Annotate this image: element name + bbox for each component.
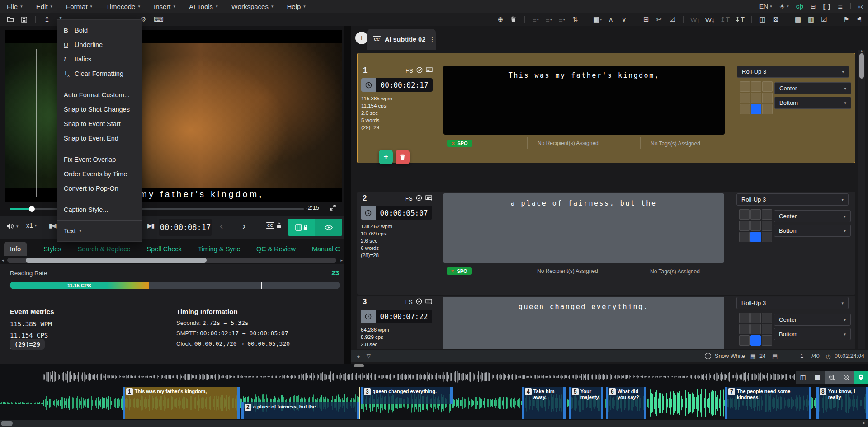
word-up-icon[interactable]: W↑ xyxy=(690,14,700,24)
timeline-event-block[interactable]: 1This was my father's kingdom, xyxy=(123,387,240,419)
layout-split-icon[interactable]: ◫ xyxy=(759,14,767,24)
timecode-value[interactable]: 00:00:05:07 xyxy=(376,206,432,220)
status-circle-icon[interactable]: ● xyxy=(357,353,360,360)
video-lock-button[interactable] xyxy=(288,219,315,236)
save-icon[interactable] xyxy=(20,14,28,24)
add-subtitle-track-button[interactable]: + xyxy=(355,32,368,44)
tab-timing-sync[interactable]: Timing & Sync xyxy=(198,245,240,253)
fullscreen-expand-icon[interactable] xyxy=(330,204,336,213)
remove-icon[interactable]: ✕ xyxy=(451,269,454,274)
split-view-icon[interactable]: ◫ xyxy=(796,371,810,384)
next-event-icon[interactable]: › xyxy=(242,221,245,232)
format-menu-item-order-events-by-time[interactable]: Order Events by Time xyxy=(57,167,142,181)
horizontal-align-select[interactable]: Center▾ xyxy=(774,314,851,326)
display-style-select[interactable]: Roll-Up 3▾ xyxy=(736,193,849,206)
move-down-icon[interactable]: ∨ xyxy=(620,14,628,24)
position-cell-2-2[interactable] xyxy=(762,232,772,242)
move-up-icon[interactable]: ∧ xyxy=(607,14,615,24)
waveform-overview[interactable] xyxy=(0,368,868,386)
position-cell-2-1[interactable] xyxy=(750,335,761,346)
tab-manual-c[interactable]: Manual C xyxy=(312,245,340,253)
timeline-event-block[interactable]: 2a place of fairness, but the xyxy=(241,402,359,419)
position-cell-2-0[interactable] xyxy=(739,335,750,346)
timecode-value[interactable]: 00:00:02:17 xyxy=(376,78,433,92)
position-cell-2-2[interactable] xyxy=(762,335,772,346)
event-list-scrollbar-thumb[interactable] xyxy=(859,53,864,79)
zoom-out-icon[interactable] xyxy=(825,371,839,384)
position-cell-0-1[interactable] xyxy=(750,313,761,323)
position-cell-2-1[interactable] xyxy=(751,104,761,114)
word-down-icon[interactable]: W↓ xyxy=(705,14,715,24)
format-menu-item-caption-style[interactable]: Caption Style... xyxy=(57,202,142,217)
format-menu-item-snap-to-event-end[interactable]: Snap to Event End xyxy=(57,131,142,145)
video-player[interactable]: This was my father's kingdom, xyxy=(5,30,342,202)
menu-edit[interactable]: Edit▾ xyxy=(29,0,59,13)
event-row[interactable]: 1FS00:00:02:17115.385 wpm11.154 cps2.6 s… xyxy=(357,53,855,163)
note-icon[interactable] xyxy=(426,67,433,75)
event-row[interactable]: 2FS00:00:05:07138.462 wpm10.769 cps2.6 s… xyxy=(357,192,855,295)
track-menu-icon[interactable]: ⋮ xyxy=(429,36,435,43)
preview-eye-button[interactable] xyxy=(315,219,342,236)
check-circle-icon[interactable] xyxy=(416,67,423,75)
timeline-scroll-right-icon[interactable]: ▸ xyxy=(863,420,865,425)
timeline-event-block[interactable]: 3queen changed everything. xyxy=(361,387,453,404)
position-cell-1-0[interactable] xyxy=(740,93,750,103)
timeline-scrollbar-thumb[interactable] xyxy=(1,421,13,426)
position-cell-0-1[interactable] xyxy=(751,81,761,92)
previous-event-icon[interactable]: ‹ xyxy=(220,221,223,232)
rows-icon[interactable]: ▤ xyxy=(794,14,802,24)
flag-in-icon[interactable]: ⚑ xyxy=(842,14,850,24)
theme-icon[interactable]: ☀▾ xyxy=(779,3,789,10)
timeline-event-block[interactable]: 8You know, I really xyxy=(816,387,868,419)
vertical-align-select[interactable]: Bottom▾ xyxy=(774,328,851,340)
recipients-zone[interactable]: No Recipient(s) Assigned xyxy=(527,268,640,274)
format-menu-item-text[interactable]: Text▾ xyxy=(57,224,142,238)
timeline-event-block[interactable]: 5Your majesty. xyxy=(569,387,603,419)
copy-check-icon[interactable]: ☑ xyxy=(668,14,676,24)
language-select[interactable]: EN▾ xyxy=(760,3,772,10)
playhead[interactable] xyxy=(359,387,360,419)
horizontal-align-select[interactable]: Center▾ xyxy=(774,210,851,222)
tags-zone[interactable]: No Tags(s) Assigned xyxy=(640,267,700,275)
add-event-icon[interactable]: ⊕ xyxy=(496,14,505,24)
overview-scrub-handle[interactable] xyxy=(354,364,364,367)
format-menu-item-clear-formatting[interactable]: TxClear Formatting xyxy=(57,66,142,81)
tab-spell-check[interactable]: Spell Check xyxy=(147,245,182,253)
menu-ai-tools[interactable]: AI Tools▾ xyxy=(182,0,225,13)
delete-event-button[interactable] xyxy=(396,150,410,164)
event-text-area[interactable]: This was my father's kingdom, xyxy=(443,66,725,135)
paste-icon[interactable]: ⊞ xyxy=(642,14,650,24)
event-row[interactable]: 3FS00:00:07:2264.286 wpm8.929 cps2.8 sec… xyxy=(357,296,855,349)
format-menu-item-bold[interactable]: BBold xyxy=(57,23,142,38)
release-notes-icon[interactable]: ≣ xyxy=(838,3,843,10)
position-cell-0-2[interactable] xyxy=(762,209,772,220)
scroll-right-icon[interactable]: ▸ xyxy=(340,258,343,263)
columns-icon[interactable]: ▥ xyxy=(807,14,815,24)
event-text-area[interactable]: queen changed everything. xyxy=(443,297,724,349)
position-cell-1-1[interactable] xyxy=(750,221,761,231)
tab-qc-review[interactable]: QC & Review xyxy=(256,245,296,253)
format-menu-item-snap-to-shot-changes[interactable]: Snap to Shot Changes xyxy=(57,102,142,117)
position-cell-0-2[interactable] xyxy=(762,313,772,323)
vertical-align-select[interactable]: Bottom▾ xyxy=(774,97,851,109)
menu-timecode[interactable]: Timecode▾ xyxy=(99,0,147,13)
format-menu-item-italics[interactable]: IItalics xyxy=(57,52,142,66)
plugin-icon[interactable]: cþ xyxy=(796,3,803,10)
format-menu-item-underline[interactable]: UUnderline xyxy=(57,38,142,52)
timeline-event-block[interactable]: 6What did you say? xyxy=(606,387,646,419)
vertical-align-select[interactable]: Bottom▾ xyxy=(774,225,851,237)
event-list-scrollbar[interactable]: ▲ xyxy=(858,50,865,349)
display-style-select[interactable]: Roll-Up 3▾ xyxy=(736,297,849,309)
event-text-area[interactable]: a place of fairness, but the xyxy=(443,193,724,263)
open-project-icon[interactable] xyxy=(6,14,14,24)
tags-zone[interactable]: No Tags(s) Assigned xyxy=(641,139,700,147)
keyboard-shortcuts-icon[interactable]: ⌨ xyxy=(154,14,164,24)
check-circle-icon[interactable] xyxy=(416,298,422,306)
position-cell-0-0[interactable] xyxy=(740,81,750,92)
menu-file[interactable]: File▾ xyxy=(0,0,29,13)
text-up-icon[interactable]: ↥T xyxy=(720,14,730,24)
format-menu-item-snap-to-event-start[interactable]: Snap to Event Start xyxy=(57,117,142,131)
tab-search-replace[interactable]: Search & Replace xyxy=(78,245,131,253)
position-cell-1-2[interactable] xyxy=(762,324,772,334)
position-cell-1-0[interactable] xyxy=(739,221,750,231)
